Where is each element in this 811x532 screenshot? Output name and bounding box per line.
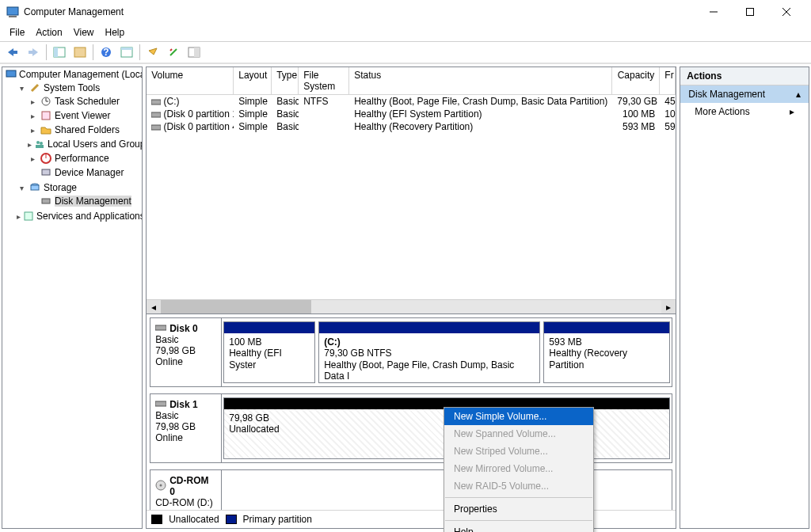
actions-more[interactable]: More Actions▸ [680,103,809,120]
actions-header: Actions [680,67,809,86]
volume-list: Volume Layout Type File System Status Ca… [147,67,676,314]
show-hide-list-button[interactable] [70,43,89,62]
svg-rect-29 [25,212,32,220]
navigation-tree: Computer Management (Local) ▾System Tool… [2,66,143,529]
legend: Unallocated Primary partition [147,510,676,528]
ctx-new-raid5-volume: New RAID-5 Volume... [444,477,593,495]
disk-1-row[interactable]: Disk 1 Basic 79,98 GB Online 79,98 GBUna… [150,393,672,463]
ctx-new-spanned-volume: New Spanned Volume... [444,425,593,443]
tree-disk-management[interactable]: Disk Management [26,195,142,207]
forward-button[interactable] [24,43,43,62]
svg-rect-10 [74,48,86,57]
expand-icon[interactable]: ▸ [28,154,37,163]
ctx-help[interactable]: Help [444,523,593,532]
tools-icon [29,82,41,94]
users-icon [34,138,45,150]
minimize-button[interactable] [695,0,732,24]
tree-task-scheduler[interactable]: ▸Task Scheduler [26,95,142,108]
svg-rect-17 [6,70,16,77]
svg-rect-34 [155,401,166,406]
tree-event-viewer[interactable]: ▸Event Viewer [26,109,142,122]
cdrom-row[interactable]: CD-ROM 0 CD-ROM (D:) No Media [150,469,672,510]
volume-row[interactable]: (C:)SimpleBasicNTFSHealthy (Boot, Page F… [147,95,676,108]
col-layout[interactable]: Layout [234,67,272,94]
tree-performance[interactable]: ▸Performance [26,152,142,165]
svg-rect-6 [13,51,17,54]
menu-help[interactable]: Help [105,27,125,38]
volume-row[interactable]: (Disk 0 partition 1)SimpleBasicHealthy (… [147,108,676,120]
svg-text:?: ? [103,47,109,58]
expand-icon[interactable]: ▸ [28,112,37,120]
properties-button[interactable] [164,43,183,62]
horizontal-scrollbar[interactable]: ◂▸ [147,299,676,314]
expand-icon[interactable]: ▸ [28,97,37,106]
svg-rect-32 [151,125,161,130]
menu-view[interactable]: View [74,27,94,38]
performance-icon [40,152,52,165]
back-button[interactable] [3,43,22,62]
svg-rect-25 [42,169,50,175]
menu-file[interactable]: File [10,27,25,38]
col-type[interactable]: Type [272,67,299,94]
folder-icon [40,124,52,136]
col-capacity[interactable]: Capacity [612,67,660,94]
disk0-partition-2[interactable]: (C:)79,30 GB NTFSHealthy (Boot, Page Fil… [318,321,540,383]
clock-icon [40,95,52,108]
ctx-properties[interactable]: Properties [444,500,593,518]
col-filesystem[interactable]: File System [299,67,349,94]
tree-storage[interactable]: ▾Storage [15,181,142,194]
volume-header[interactable]: Volume Layout Type File System Status Ca… [147,67,676,95]
close-button[interactable] [768,0,805,24]
ctx-new-simple-volume[interactable]: New Simple Volume... [444,408,593,425]
svg-rect-31 [151,112,161,117]
maximize-button[interactable] [732,0,768,24]
svg-rect-28 [42,199,50,203]
refresh-button[interactable] [143,43,162,62]
svg-point-20 [36,141,40,144]
drive-icon [155,399,166,410]
expand-icon[interactable]: ▸ [28,126,37,135]
disk0-partition-3[interactable]: 593 MBHealthy (Recovery Partition [543,321,670,383]
storage-icon [29,181,41,194]
tree-services[interactable]: ▸Services and Applications [15,210,142,222]
toolbar: ? [0,42,811,64]
show-hide-tree-button[interactable] [50,43,69,62]
collapse-icon[interactable]: ▾ [17,184,26,192]
menu-action[interactable]: Action [36,27,62,38]
main-content: Volume Layout Type File System Status Ca… [146,66,676,529]
settings-button[interactable] [117,43,136,62]
help-button[interactable]: ? [97,43,116,62]
svg-rect-0 [7,7,18,15]
disk-icon [40,195,52,207]
triangle-right-icon: ▸ [790,106,794,117]
svg-rect-9 [54,48,58,57]
col-volume[interactable]: Volume [147,67,234,94]
drive-icon [155,323,166,334]
volume-row[interactable]: (Disk 0 partition 4)SimpleBasicHealthy (… [147,120,676,133]
expand-icon[interactable]: ▸ [17,212,21,221]
tree-local-users[interactable]: ▸Local Users and Groups [26,138,142,150]
svg-rect-14 [121,48,132,50]
expand-icon[interactable]: ▸ [28,140,32,149]
actions-disk-management[interactable]: Disk Management▴ [680,86,809,103]
col-free[interactable]: Fr [660,67,676,94]
tree-shared-folders[interactable]: ▸Shared Folders [26,124,142,136]
menu-bar: File Action View Help [0,24,811,41]
tree-device-manager[interactable]: Device Manager [26,166,142,179]
extra-button[interactable] [185,43,204,62]
computer-icon [6,68,17,81]
disk-0-row[interactable]: Disk 0 Basic 79,98 GB Online 100 MBHealt… [150,317,672,387]
disk0-partition-1[interactable]: 100 MBHealthy (EFI Syster [223,321,315,383]
tree-system-tools[interactable]: ▾System Tools [15,82,142,94]
tree-root[interactable]: Computer Management (Local) [4,68,142,81]
svg-rect-19 [42,112,50,120]
col-status[interactable]: Status [349,67,612,94]
device-icon [40,166,52,179]
svg-point-21 [40,142,43,145]
title-bar: Computer Management [0,0,811,24]
svg-point-36 [160,484,162,486]
app-icon [6,6,19,18]
collapse-icon[interactable]: ▾ [17,84,26,93]
triangle-up-icon: ▴ [796,89,801,100]
actions-pane: Actions Disk Management▴ More Actions▸ [680,66,809,529]
